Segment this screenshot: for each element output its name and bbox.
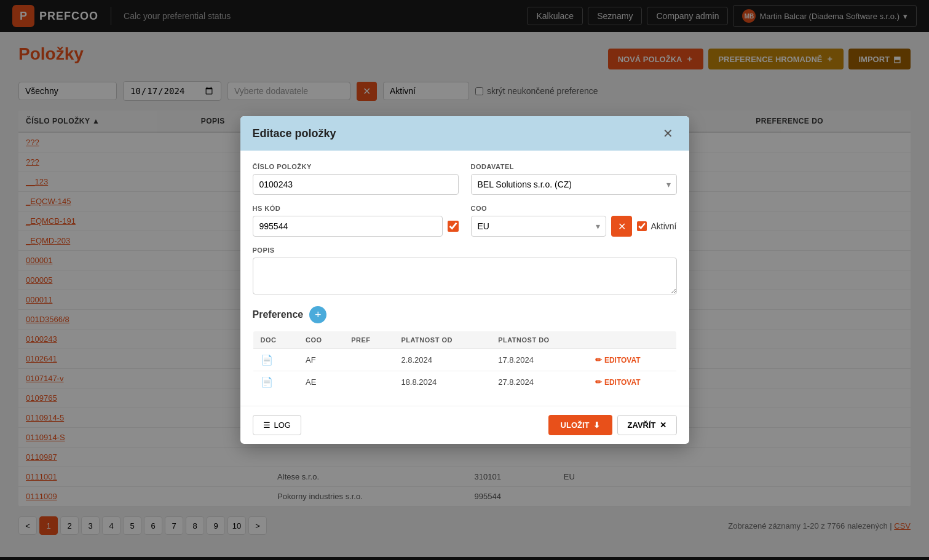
hs-kod-field: HS KÓD bbox=[253, 205, 459, 237]
pencil-icon: ✏ bbox=[595, 355, 602, 365]
cislo-polozky-label: ČÍSLO POLOŽKY bbox=[253, 163, 459, 170]
close-x-icon: ✕ bbox=[660, 420, 666, 430]
pref-col-action bbox=[588, 331, 676, 349]
pref-platnost-od: 18.8.2024 bbox=[393, 371, 491, 393]
hs-kod-label: HS KÓD bbox=[253, 205, 459, 212]
pref-action: ✏ EDITOVAT bbox=[588, 349, 676, 371]
hs-kod-input[interactable] bbox=[253, 216, 443, 237]
coo-label: COO bbox=[471, 205, 677, 212]
hs-kod-checkbox[interactable] bbox=[448, 221, 459, 232]
dodavatel-select[interactable]: BEL Solutions s.r.o. (CZ) bbox=[471, 174, 677, 195]
ulozit-button[interactable]: ULOŽIT ⬇ bbox=[548, 415, 612, 435]
modal-row-2: HS KÓD COO EU bbox=[253, 205, 677, 237]
modal-header: Editace položky ✕ bbox=[240, 116, 689, 151]
pref-coo: AE bbox=[298, 371, 344, 393]
pref-col-platnost-do: PLATNOST DO bbox=[491, 331, 588, 349]
pref-platnost-od: 2.8.2024 bbox=[393, 349, 491, 371]
pref-table-row: 📄 AE 18.8.2024 27.8.2024 ✏ EDITOVAT bbox=[253, 371, 676, 393]
dodavatel-field: DODAVATEL BEL Solutions s.r.o. (CZ) ▾ bbox=[471, 163, 677, 195]
pref-platnost-do: 17.8.2024 bbox=[491, 349, 588, 371]
preference-table: DOC COO PREF PLATNOST OD PLATNOST DO 📄 A… bbox=[253, 331, 677, 393]
aktivni-checkbox[interactable] bbox=[637, 221, 647, 231]
log-button[interactable]: ☰ LOG bbox=[253, 415, 301, 435]
modal-row-3: POPIS bbox=[253, 246, 677, 296]
popis-textarea[interactable] bbox=[253, 258, 677, 294]
pref-action: ✏ EDITOVAT bbox=[588, 371, 676, 393]
modal: Editace položky ✕ ČÍSLO POLOŽKY DODAVATE… bbox=[240, 116, 689, 444]
modal-title: Editace položky bbox=[253, 127, 336, 140]
modal-row-1: ČÍSLO POLOŽKY DODAVATEL BEL Solutions s.… bbox=[253, 163, 677, 195]
modal-body: ČÍSLO POLOŽKY DODAVATEL BEL Solutions s.… bbox=[240, 151, 689, 406]
pref-col-pref: PREF bbox=[344, 331, 393, 349]
popis-label: POPIS bbox=[253, 246, 677, 254]
coo-select[interactable]: EU bbox=[471, 216, 607, 237]
coo-row: EU ▾ ✕ Aktivní bbox=[471, 216, 677, 237]
pencil-icon: ✏ bbox=[595, 377, 602, 387]
coo-field: COO EU ▾ ✕ Aktivní bbox=[471, 205, 677, 237]
pref-doc: 📄 bbox=[253, 371, 298, 393]
dodavatel-label: DODAVATEL bbox=[471, 163, 677, 170]
pref-coo: AF bbox=[298, 349, 344, 371]
editovat-button[interactable]: ✏ EDITOVAT bbox=[595, 355, 641, 365]
modal-overlay[interactable]: Editace položky ✕ ČÍSLO POLOŽKY DODAVATE… bbox=[0, 0, 929, 560]
modal-footer-right: ULOŽIT ⬇ ZAVŘÍT ✕ bbox=[548, 415, 677, 435]
preference-section-header: Preference + bbox=[253, 306, 677, 323]
cislo-polozky-input[interactable] bbox=[253, 174, 459, 195]
pref-col-platnost-od: PLATNOST OD bbox=[393, 331, 491, 349]
modal-footer: ☰ LOG ULOŽIT ⬇ ZAVŘÍT ✕ bbox=[240, 406, 689, 444]
popis-field: POPIS bbox=[253, 246, 677, 296]
modal-close-x-button[interactable]: ✕ bbox=[660, 125, 677, 142]
zavrit-button[interactable]: ZAVŘÍT ✕ bbox=[617, 415, 677, 435]
dodavatel-select-wrap: BEL Solutions s.r.o. (CZ) ▾ bbox=[471, 174, 677, 195]
editovat-button[interactable]: ✏ EDITOVAT bbox=[595, 377, 641, 387]
aktivni-label: Aktivní bbox=[650, 221, 676, 231]
coo-clear-button[interactable]: ✕ bbox=[611, 216, 632, 237]
preference-title: Preference bbox=[253, 309, 304, 320]
pref-doc: 📄 bbox=[253, 349, 298, 371]
coo-select-wrap: EU ▾ bbox=[471, 216, 607, 237]
pref-col-doc: DOC bbox=[253, 331, 298, 349]
log-icon: ☰ bbox=[263, 420, 271, 430]
add-preference-button[interactable]: + bbox=[309, 306, 326, 323]
pref-pref bbox=[344, 371, 393, 393]
pref-col-coo: COO bbox=[298, 331, 344, 349]
pref-platnost-do: 27.8.2024 bbox=[491, 371, 588, 393]
hs-row bbox=[253, 216, 459, 237]
save-icon: ⬇ bbox=[593, 420, 600, 430]
aktivni-wrap: Aktivní bbox=[637, 221, 676, 231]
pref-pref bbox=[344, 349, 393, 371]
pref-table-row: 📄 AF 2.8.2024 17.8.2024 ✏ EDITOVAT bbox=[253, 349, 676, 371]
cislo-polozky-field: ČÍSLO POLOŽKY bbox=[253, 163, 459, 195]
